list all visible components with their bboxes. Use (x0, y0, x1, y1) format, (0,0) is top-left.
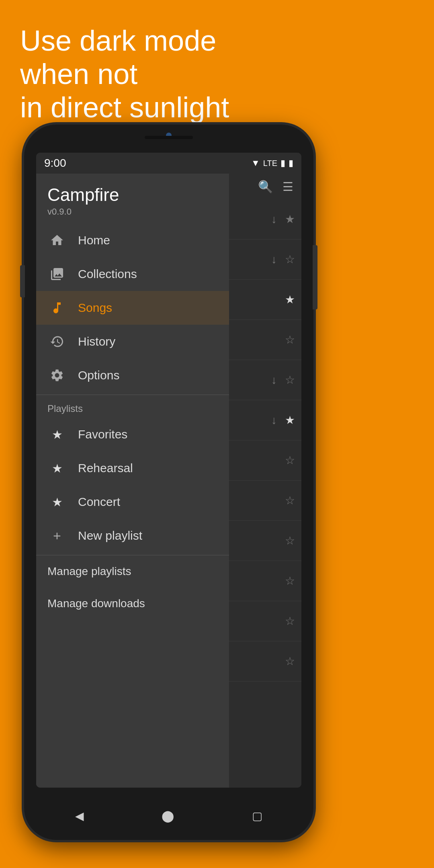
star-filled-icon: ★ (47, 425, 67, 444)
song-row: ↓ ☆ (229, 360, 301, 400)
recents-button[interactable]: ▢ (252, 809, 262, 823)
manage-downloads-label: Manage downloads (47, 597, 145, 610)
star-icon[interactable]: ☆ (285, 494, 295, 507)
home-label: Home (78, 233, 110, 247)
headline-text: Use dark mode when not in direct sunligh… (20, 24, 293, 124)
song-row: ☆ (229, 561, 301, 601)
download-icon[interactable]: ↓ (271, 253, 277, 266)
concert-label: Concert (78, 495, 120, 509)
filter-icon[interactable]: ☰ (283, 180, 293, 194)
phone-shell: 🔍 ☰ ↓ ★ ↓ ☆ ★ (24, 125, 313, 840)
song-row: ☆ (229, 641, 301, 682)
star-icon[interactable]: ☆ (285, 373, 295, 387)
drawer-footer: Manage playlists Manage downloads (36, 555, 229, 620)
options-label: Options (78, 368, 119, 382)
star-icon[interactable]: ☆ (285, 655, 295, 668)
home-icon (47, 231, 67, 250)
drawer-header: Campfire v0.9.0 (36, 174, 229, 223)
battery-icon: ▮ (289, 158, 293, 168)
collections-label: Collections (78, 267, 137, 281)
star-icon[interactable]: ☆ (285, 253, 295, 266)
song-row: ↓ ☆ (229, 240, 301, 280)
song-row: ☆ (229, 601, 301, 641)
playlist-item-rehearsal[interactable]: ★ Rehearsal (36, 451, 229, 485)
android-nav-bar: ◀ ⬤ ▢ (36, 804, 301, 828)
new-playlist-button[interactable]: + New playlist (36, 519, 229, 553)
sidebar-item-songs[interactable]: Songs (36, 291, 229, 325)
star-icon[interactable]: ☆ (285, 614, 295, 628)
settings-icon (47, 366, 67, 385)
phone-screen: 🔍 ☰ ↓ ★ ↓ ☆ ★ (36, 153, 301, 788)
headline-line2: in direct sunlight (20, 91, 229, 123)
star-filled-icon[interactable]: ★ (285, 414, 295, 427)
lte-label: LTE (263, 159, 277, 168)
navigation-drawer: Campfire v0.9.0 Home (36, 174, 229, 788)
wifi-icon: ▼ (251, 158, 260, 168)
star-icon[interactable]: ☆ (285, 534, 295, 547)
divider-1 (36, 395, 229, 395)
song-row: ☆ (229, 481, 301, 521)
status-bar: 9:00 ▼ LTE ▮ ▮ (36, 153, 301, 174)
song-row: ☆ (229, 320, 301, 360)
download-icon[interactable]: ↓ (271, 414, 277, 427)
song-row: ↓ ★ (229, 400, 301, 440)
star-icon[interactable]: ☆ (285, 574, 295, 588)
sidebar-item-collections[interactable]: Collections (36, 257, 229, 291)
star-icon[interactable]: ☆ (285, 454, 295, 467)
download-icon[interactable]: ↓ (271, 374, 277, 387)
volume-buttons (313, 245, 317, 309)
history-label: History (78, 335, 115, 348)
sidebar-item-history[interactable]: History (36, 325, 229, 358)
star-filled-icon[interactable]: ★ (285, 293, 295, 306)
headline-line1: Use dark mode when not (20, 25, 216, 90)
song-row: ↓ ★ (229, 199, 301, 240)
speaker-grill (145, 136, 193, 139)
playlists-section-header: Playlists (36, 397, 229, 418)
sidebar-item-home[interactable]: Home (36, 223, 229, 257)
history-icon (47, 332, 67, 351)
star-icon[interactable]: ☆ (285, 333, 295, 346)
back-button[interactable]: ◀ (75, 809, 84, 823)
playlist-item-concert[interactable]: ★ Concert (36, 485, 229, 519)
download-icon[interactable]: ↓ (271, 213, 277, 226)
song-row: ☆ (229, 521, 301, 561)
playlist-item-favorites[interactable]: ★ Favorites (36, 418, 229, 451)
music-icon (47, 298, 67, 317)
home-button[interactable]: ⬤ (162, 809, 174, 823)
search-icon[interactable]: 🔍 (258, 180, 273, 194)
songs-label: Songs (78, 301, 112, 315)
star-filled-icon: ★ (47, 492, 67, 512)
rehearsal-label: Rehearsal (78, 461, 133, 475)
song-row: ★ (229, 280, 301, 320)
favorites-label: Favorites (78, 428, 127, 441)
song-row: ☆ (229, 440, 301, 481)
collections-icon (47, 264, 67, 284)
signal-icon: ▮ (280, 158, 285, 168)
manage-playlists-label: Manage playlists (47, 565, 131, 578)
sidebar-item-options[interactable]: Options (36, 358, 229, 392)
songs-list-partial: ↓ ★ ↓ ☆ ★ ☆ ↓ ☆ (229, 199, 301, 767)
add-icon: + (47, 526, 67, 545)
app-version: v0.9.0 (47, 207, 218, 217)
manage-playlists-button[interactable]: Manage playlists (36, 555, 229, 588)
manage-downloads-button[interactable]: Manage downloads (36, 588, 229, 620)
new-playlist-label: New playlist (78, 529, 142, 542)
app-title: Campfire (47, 185, 218, 205)
star-filled-icon: ★ (47, 459, 67, 478)
status-time: 9:00 (44, 157, 66, 170)
power-button (20, 265, 25, 297)
status-icons: ▼ LTE ▮ ▮ (251, 158, 293, 168)
star-icon[interactable]: ★ (285, 213, 295, 226)
phone-device: 🔍 ☰ ↓ ★ ↓ ☆ ★ (24, 125, 313, 840)
